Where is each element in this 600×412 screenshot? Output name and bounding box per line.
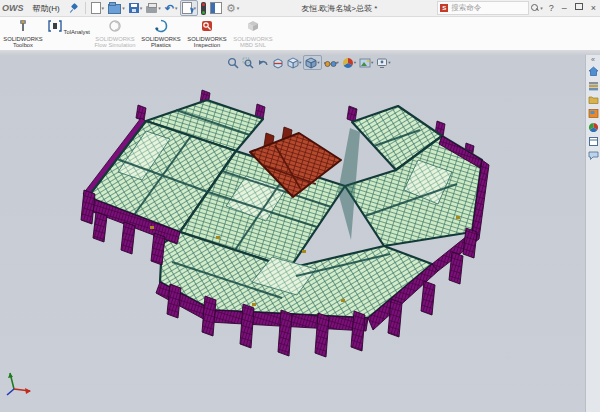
tab-custom-properties[interactable]: [587, 135, 600, 148]
gear-icon: ⚙: [226, 3, 236, 14]
undo-arrow-icon: ↶: [165, 3, 174, 14]
inspection-icon: [200, 19, 214, 33]
section-view-icon: [272, 57, 284, 69]
appearance-ball-icon: [342, 57, 354, 69]
tolanalyst-icon: [48, 19, 62, 33]
ribbon-button-tolanalyst[interactable]: TolAnalyst: [46, 18, 92, 36]
edit-appearance-button[interactable]: ▾: [341, 56, 357, 69]
zoom-to-fit-button[interactable]: [226, 56, 240, 69]
ribbon-button-mbd-snl[interactable]: SOLIDWORKS MBD SNL: [230, 18, 276, 49]
view-orientation-cube-icon: [287, 57, 299, 69]
zoom-area-icon: [242, 57, 254, 69]
plastics-icon: [154, 19, 168, 33]
restore-button[interactable]: [571, 3, 587, 13]
apply-scene-button[interactable]: ▾: [358, 56, 374, 69]
task-pane-strip: «: [585, 54, 600, 412]
books-icon: [588, 80, 599, 91]
select-button[interactable]: ▾: [180, 0, 198, 16]
tab-solidworks-resources[interactable]: [587, 65, 600, 78]
commandmanager-ribbon: SOLIDWORKS Toolbox TolAnalyst SOLIDWORKS…: [0, 17, 600, 50]
zoom-to-area-button[interactable]: [241, 56, 255, 69]
solidworks-logo: OWS: [0, 3, 28, 13]
glasses-icon: [324, 57, 337, 69]
tab-appearances-scenes[interactable]: [587, 121, 600, 134]
previous-view-button[interactable]: [256, 56, 270, 69]
rebuild-button[interactable]: [200, 1, 207, 15]
task-pane-expand-chevron[interactable]: «: [591, 56, 595, 64]
restore-icon: [575, 3, 583, 10]
section-view-button[interactable]: [271, 56, 285, 69]
home-icon: [588, 66, 599, 77]
print-button[interactable]: ▾: [145, 1, 162, 15]
search-scope-button[interactable]: ▾: [530, 1, 544, 15]
new-button[interactable]: ▾: [90, 1, 106, 15]
separator: [85, 2, 86, 14]
ribbon-button-flow-simulation[interactable]: SOLIDWORKS Flow Simulation: [92, 18, 138, 49]
previous-view-icon: [257, 57, 269, 69]
help-button[interactable]: ?: [545, 3, 558, 13]
traffic-light-icon: [201, 2, 206, 15]
view-settings-icon: [376, 57, 388, 69]
view-palette-icon: [588, 108, 599, 119]
titlebar: OWS 帮助(H) ▾ ▾ ▾ ▾ ↶▾ ▾ ⚙▾ 友恒.欧海名城>总装 * S…: [0, 0, 600, 17]
file-properties-button[interactable]: [209, 1, 223, 15]
coordinate-triad: [7, 373, 31, 395]
minimize-button[interactable]: –: [558, 3, 571, 13]
tab-solidworks-forum[interactable]: [587, 149, 600, 162]
solidworks-badge-icon: S: [440, 4, 448, 12]
document-title: 友恒.欧海名城>总装 *: [241, 3, 437, 14]
save-button[interactable]: ▾: [128, 1, 144, 15]
file-properties-icon: [210, 2, 222, 14]
search-icon: [531, 4, 539, 12]
scene-icon: [359, 57, 371, 69]
folder-icon: [588, 94, 599, 105]
pin-icon[interactable]: [69, 4, 78, 13]
ribbon-button-inspection[interactable]: SOLIDWORKS Inspection: [184, 18, 230, 49]
forum-chat-icon: [588, 150, 599, 161]
toolbox-icon: [16, 19, 30, 33]
tab-view-palette[interactable]: [587, 107, 600, 120]
ribbon-button-plastics[interactable]: SOLIDWORKS Plastics: [138, 18, 184, 49]
view-orientation-button[interactable]: ▾: [286, 56, 302, 69]
display-style-button[interactable]: ▾: [303, 55, 321, 70]
select-cursor-icon: [182, 2, 192, 14]
headsup-toolbar: ▾ ▾ ▾ ▾ ▾ ▾: [226, 55, 393, 70]
appearances-ball-icon: [588, 122, 599, 133]
undo-button[interactable]: ↶▾: [164, 1, 179, 15]
tab-design-library[interactable]: [587, 79, 600, 92]
menu-help[interactable]: 帮助(H): [28, 3, 65, 14]
new-doc-icon: [91, 2, 101, 14]
printer-icon: [146, 6, 157, 13]
flow-simulation-icon: [108, 19, 122, 33]
formwork-model[interactable]: [81, 90, 489, 357]
ribbon-button-toolbox[interactable]: SOLIDWORKS Toolbox: [0, 18, 46, 49]
save-floppy-icon: [129, 3, 139, 13]
zoom-fit-icon: [227, 57, 239, 69]
close-button[interactable]: ×: [587, 3, 600, 13]
display-style-icon: [305, 57, 317, 69]
search-placeholder: 搜索命令: [451, 3, 526, 13]
mbd-icon: [246, 19, 260, 33]
hide-show-items-button[interactable]: ▾: [323, 56, 340, 69]
view-settings-button[interactable]: ▾: [375, 56, 391, 69]
tab-file-explorer[interactable]: [587, 93, 600, 106]
custom-properties-icon: [588, 136, 599, 147]
search-input[interactable]: S 搜索命令: [437, 1, 529, 15]
open-button[interactable]: ▾: [107, 1, 126, 15]
options-button[interactable]: ⚙▾: [225, 1, 240, 15]
open-folder-icon: [108, 4, 121, 14]
